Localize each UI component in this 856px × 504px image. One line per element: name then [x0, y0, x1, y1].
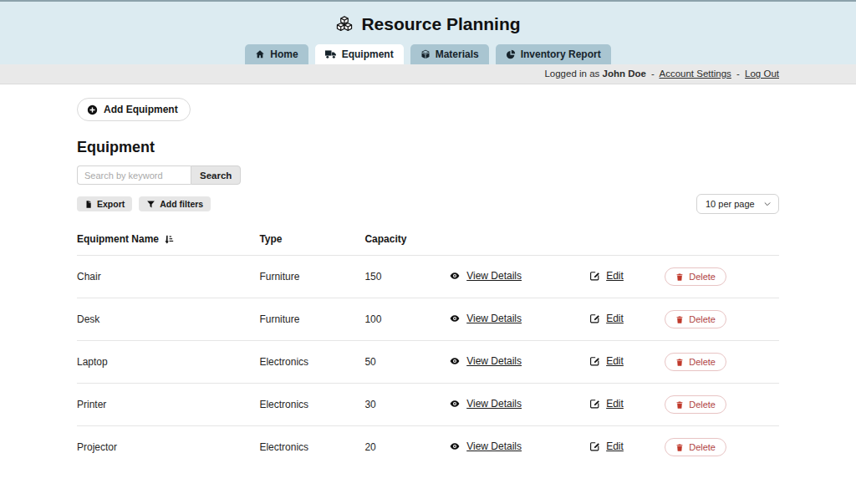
delete-cell: Delete — [660, 298, 779, 341]
logged-in-text: Logged in as — [544, 69, 599, 79]
edit-icon — [589, 398, 600, 409]
column-header-type: Type — [259, 226, 364, 256]
per-page-select[interactable]: 10 per page — [696, 194, 779, 214]
view-details-link[interactable]: View Details — [449, 440, 522, 452]
type-cell: Electronics — [259, 426, 364, 469]
add-filters-button[interactable]: Add filters — [139, 196, 211, 211]
tab-materials[interactable]: Materials — [410, 44, 489, 64]
search-group: Search — [77, 165, 779, 185]
view-details-cell: View Details — [449, 341, 589, 384]
capacity-cell: 20 — [364, 426, 449, 469]
type-cell: Furniture — [259, 298, 364, 341]
edit-link[interactable]: Edit — [589, 270, 624, 282]
log-out-link[interactable]: Log Out — [745, 69, 779, 79]
page-title: Resource Planning — [361, 13, 520, 35]
view-details-cell: View Details — [449, 426, 589, 469]
per-page-select-wrap: 10 per page — [696, 194, 779, 214]
column-header-equipment-name[interactable]: Equipment Name — [77, 226, 259, 256]
delete-button[interactable]: Delete — [665, 395, 726, 414]
delete-button[interactable]: Delete — [665, 438, 726, 456]
type-cell: Furniture — [259, 256, 364, 298]
table-row: Printer Electronics 30 View Details Edit — [77, 384, 779, 426]
eye-icon — [449, 271, 461, 281]
edit-icon — [589, 270, 600, 281]
eye-icon — [449, 441, 461, 451]
main-content: Add Equipment Equipment Search Export Ad… — [77, 84, 779, 468]
user-name: John Doe — [603, 69, 646, 79]
delete-cell: Delete — [660, 426, 779, 469]
delete-cell: Delete — [660, 256, 779, 298]
delete-cell: Delete — [660, 384, 779, 426]
column-header-actions-1 — [449, 226, 589, 256]
search-input[interactable] — [77, 165, 191, 185]
plus-circle-icon — [87, 104, 98, 115]
type-cell: Electronics — [259, 341, 364, 384]
search-button[interactable]: Search — [191, 165, 241, 185]
user-bar: Logged in as John Doe - Account Settings… — [0, 64, 856, 84]
edit-cell: Edit — [589, 298, 660, 341]
edit-link[interactable]: Edit — [589, 355, 624, 367]
edit-icon — [589, 440, 600, 451]
table-header-row: Equipment Name Type Capacity — [77, 226, 779, 256]
equipment-name-cell: Laptop — [77, 341, 259, 384]
tab-home[interactable]: Home — [245, 44, 308, 64]
eye-icon — [449, 313, 461, 323]
separator: - — [651, 69, 655, 79]
eye-icon — [449, 356, 461, 366]
box-icon — [420, 49, 431, 59]
view-details-cell: View Details — [449, 298, 589, 341]
equipment-name-cell: Chair — [77, 256, 259, 298]
account-settings-link[interactable]: Account Settings — [660, 69, 731, 79]
separator: - — [736, 69, 740, 79]
table-row: Laptop Electronics 50 View Details Edit — [77, 341, 779, 384]
app-header: Resource Planning Home Equipment Materia… — [0, 0, 856, 64]
equipment-table-body: Chair Furniture 150 View Details Edit — [77, 256, 779, 469]
filter-row: Export Add filters 10 per page — [77, 194, 779, 214]
trash-icon — [675, 358, 684, 367]
view-details-link[interactable]: View Details — [449, 270, 522, 282]
column-header-actions-2 — [589, 226, 660, 256]
delete-button[interactable]: Delete — [665, 353, 726, 371]
trash-icon — [675, 443, 684, 452]
edit-cell: Edit — [589, 384, 660, 426]
capacity-cell: 50 — [364, 341, 449, 384]
view-details-link[interactable]: View Details — [449, 313, 522, 324]
delete-button[interactable]: Delete — [665, 267, 726, 286]
type-cell: Electronics — [259, 384, 364, 426]
trash-icon — [675, 400, 684, 410]
edit-link[interactable]: Edit — [589, 398, 624, 410]
view-details-cell: View Details — [449, 384, 589, 426]
capacity-cell: 150 — [364, 256, 449, 298]
edit-link[interactable]: Edit — [589, 440, 624, 452]
home-icon — [255, 49, 265, 59]
table-row: Chair Furniture 150 View Details Edit — [77, 256, 779, 298]
edit-icon — [589, 313, 600, 323]
app-title-row: Resource Planning — [335, 13, 520, 35]
equipment-name-cell: Desk — [77, 298, 259, 341]
delete-button[interactable]: Delete — [665, 310, 726, 328]
tab-equipment[interactable]: Equipment — [315, 44, 404, 64]
equipment-name-cell: Printer — [77, 384, 259, 426]
main-nav: Home Equipment Materials Inventory Repor… — [0, 44, 856, 64]
delete-cell: Delete — [660, 341, 779, 384]
export-button[interactable]: Export — [77, 196, 132, 211]
column-header-capacity: Capacity — [364, 226, 449, 256]
edit-cell: Edit — [589, 426, 660, 469]
edit-link[interactable]: Edit — [589, 313, 624, 324]
trash-icon — [675, 315, 684, 324]
file-icon — [84, 200, 93, 209]
eye-icon — [449, 399, 461, 409]
view-details-link[interactable]: View Details — [449, 398, 522, 410]
table-row: Desk Furniture 100 View Details Edit — [77, 298, 779, 341]
capacity-cell: 30 — [364, 384, 449, 426]
add-equipment-button[interactable]: Add Equipment — [77, 98, 191, 121]
tab-inventory-report[interactable]: Inventory Report — [496, 44, 611, 64]
sort-amount-down-icon — [163, 234, 174, 245]
view-details-link[interactable]: View Details — [449, 355, 522, 367]
filter-icon — [146, 200, 155, 209]
equipment-name-cell: Projector — [77, 426, 259, 469]
column-header-actions-3 — [660, 226, 779, 256]
edit-cell: Edit — [589, 256, 660, 298]
trash-icon — [675, 272, 684, 282]
page-heading: Equipment — [77, 139, 779, 156]
